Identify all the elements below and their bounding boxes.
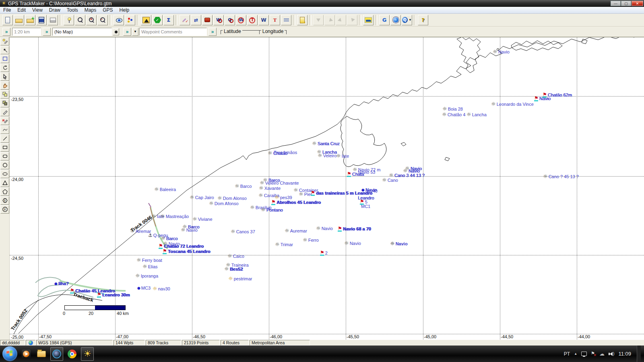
ellipse-tool[interactable]	[0, 170, 9, 178]
menu-item-gps[interactable]: GPS	[99, 7, 116, 14]
eye-button[interactable]	[114, 15, 124, 25]
arrow1-button[interactable]	[313, 15, 324, 25]
line-tool[interactable]	[0, 134, 9, 143]
g-button[interactable]: G	[379, 15, 390, 25]
close-button[interactable]: ✕	[632, 1, 643, 6]
map-dot-button[interactable]	[113, 28, 119, 35]
network-icon[interactable]	[581, 352, 587, 356]
chrome-icon	[68, 350, 76, 358]
gps-trackmaker-window: ☀ GPS TrackMaker - C:\Moorea\GPS\Leandro…	[0, 0, 644, 362]
zoom-rect-tool[interactable]	[0, 55, 9, 63]
menu-item-help[interactable]: Help	[116, 7, 133, 14]
start-orb[interactable]	[2, 346, 17, 361]
pencil-check-button[interactable]	[180, 15, 190, 25]
taskbar-trackmaker[interactable]: ☀	[81, 347, 94, 361]
show-desktop-button[interactable]	[637, 346, 641, 362]
pan-hand-tool[interactable]	[0, 81, 9, 90]
taskbar-media-player[interactable]	[20, 347, 33, 361]
comments-dropdown-button[interactable]: ▼	[132, 28, 138, 36]
taskbar-app[interactable]	[50, 347, 63, 361]
open-file-button[interactable]	[14, 15, 24, 25]
toolbar-separator	[293, 15, 295, 25]
pentagon-tool[interactable]	[0, 187, 9, 196]
globe-button[interactable]	[390, 15, 401, 25]
car-button[interactable]	[363, 15, 374, 25]
help-button[interactable]: ?	[418, 15, 428, 25]
clock[interactable]: 11:09	[618, 351, 631, 357]
q-zoom-button[interactable]: Q	[225, 15, 235, 25]
zoom-rect-icon	[2, 56, 8, 62]
yellow-page-button[interactable]	[297, 15, 308, 25]
minimize-button[interactable]: —	[611, 1, 621, 6]
q-menu-button[interactable]: Q▼	[402, 15, 412, 25]
menu-item-file[interactable]: File	[0, 7, 14, 14]
save-button[interactable]	[36, 15, 47, 25]
map-selector[interactable]: (No Map)	[52, 28, 112, 36]
select-cursor-tool[interactable]	[0, 72, 9, 81]
t-button[interactable]: T	[270, 15, 280, 25]
colors-button[interactable]	[125, 15, 135, 25]
map-canvas[interactable]: -23,50-24,00-24,50-25,00-47,50-47,00-46,…	[10, 37, 644, 340]
q-menu-icon: Q	[402, 17, 408, 23]
green-hex-button[interactable]: ✓	[152, 15, 163, 25]
scale-input[interactable]: 1:20 km	[12, 28, 41, 36]
volume-icon[interactable]: )	[609, 352, 614, 356]
arrow2-button[interactable]	[324, 15, 335, 25]
move-objects-tool[interactable]	[0, 99, 9, 107]
pencil-icon	[2, 109, 8, 115]
taskbar-explorer[interactable]	[35, 347, 48, 361]
menu-item-edit[interactable]: Edit	[14, 7, 29, 14]
hexagon-tool[interactable]: 6	[0, 196, 9, 205]
track-tools-button[interactable]: ⇄	[191, 15, 201, 25]
sigma-button[interactable]: Σ	[163, 15, 174, 25]
w-zoom-button[interactable]: W	[213, 15, 224, 25]
open-add-button[interactable]	[25, 15, 35, 25]
curve-pencil-tool[interactable]	[0, 125, 9, 134]
text-list-button[interactable]	[281, 15, 291, 25]
w-button[interactable]: W	[258, 15, 269, 25]
menu-item-view[interactable]: View	[29, 7, 46, 14]
route-pencil-tool[interactable]: R	[0, 117, 9, 125]
print-button[interactable]	[47, 15, 58, 25]
rotate-tool[interactable]	[0, 64, 9, 72]
pushpin-button[interactable]	[64, 15, 74, 25]
zoom-out-button[interactable]: -	[97, 15, 108, 25]
sigma-icon: Σ	[165, 17, 172, 23]
latlon-chevron-button[interactable]: »	[208, 28, 217, 36]
pencil-tool[interactable]	[0, 108, 9, 116]
chart-button[interactable]	[141, 15, 151, 25]
zoom-in-button[interactable]: +	[86, 15, 97, 25]
arrow4-button[interactable]	[347, 15, 357, 25]
maximize-button[interactable]: ▢	[621, 1, 631, 6]
camera-button[interactable]	[202, 15, 213, 25]
zoom-tool-button[interactable]	[75, 15, 85, 25]
rectangle-tool[interactable]	[0, 143, 9, 152]
t-red-button[interactable]: T	[247, 15, 258, 25]
rounded-rect-tool[interactable]	[0, 152, 9, 160]
scale-chevron-button[interactable]: »	[2, 28, 10, 36]
menu-item-tools[interactable]: Tools	[64, 7, 81, 14]
hidden-icons-button[interactable]: ▲	[574, 352, 577, 356]
map-chevron-button[interactable]: »	[43, 28, 51, 36]
save-icon	[39, 17, 44, 23]
copy-objects-tool[interactable]	[0, 90, 9, 99]
action-center-icon[interactable]: ✕	[591, 352, 595, 356]
waypoint-tool-tool[interactable]	[0, 46, 9, 54]
arrow3-button[interactable]	[336, 15, 346, 25]
new-file-button[interactable]	[2, 15, 13, 25]
waypoint-edit-tool[interactable]	[0, 37, 9, 45]
language-indicator[interactable]: PT	[564, 351, 570, 357]
t-red-icon: T	[249, 17, 256, 23]
cloud-icon[interactable]: ☁	[599, 351, 605, 357]
menu-item-maps[interactable]: Maps	[81, 7, 99, 14]
pencil-check-icon	[181, 17, 188, 23]
comments-chevron-button[interactable]: »	[123, 28, 131, 36]
taskbar-chrome[interactable]	[66, 347, 78, 361]
octagon-tool[interactable]: 8	[0, 205, 9, 214]
menu-item-draw[interactable]: Draw	[46, 7, 64, 14]
circle-tool[interactable]	[0, 161, 9, 169]
toolbar-separator	[175, 15, 178, 25]
triangle-tool[interactable]	[0, 179, 9, 187]
waypoint-comments-input[interactable]: Waypoint Comments	[139, 28, 207, 36]
w-red-button[interactable]: W	[236, 15, 246, 25]
